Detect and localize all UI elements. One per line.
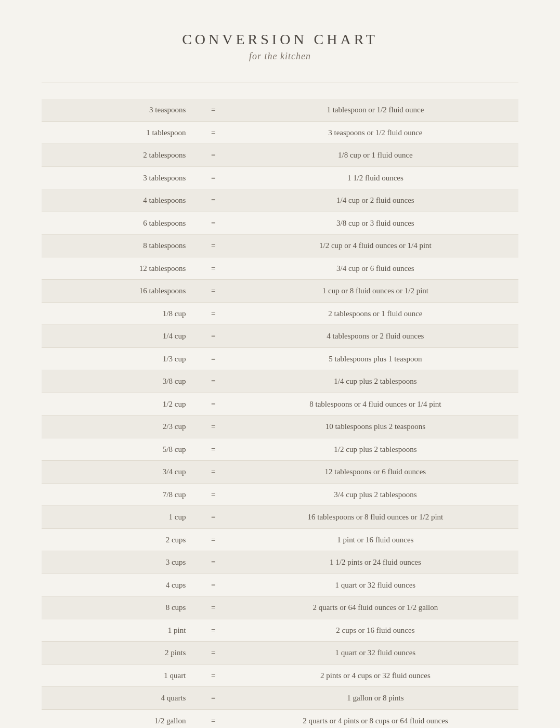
cell-left: 1/8 cup [42,302,194,325]
cell-right: 1 pint or 16 fluid ounces [232,528,518,551]
cell-right: 1 1/2 fluid ounces [232,166,518,189]
cell-left: 2 pints [42,642,194,665]
cell-equals: = [194,325,232,348]
table-row: 1 tablespoon=3 teaspoons or 1/2 fluid ou… [42,121,518,144]
cell-right: 2 cups or 16 fluid ounces [232,619,518,642]
cell-right: 1/2 cup or 4 fluid ounces or 1/4 pint [232,235,518,257]
table-row: 6 tablespoons=3/8 cup or 3 fluid ounces [42,212,518,235]
cell-equals: = [194,99,232,121]
table-row: 12 tablespoons=3/4 cup or 6 fluid ounces [42,257,518,280]
cell-left: 1/3 cup [42,347,194,370]
cell-left: 8 cups [42,596,194,619]
cell-equals: = [194,664,232,687]
cell-right: 1/8 cup or 1 fluid ounce [232,144,518,167]
cell-right: 1 quart or 32 fluid ounces [232,574,518,596]
cell-right: 1 cup or 8 fluid ounces or 1/2 pint [232,280,518,303]
cell-right: 5 tablespoons plus 1 teaspoon [232,347,518,370]
table-row: 7/8 cup=3/4 cup plus 2 tablespoons [42,483,518,506]
cell-right: 3 teaspoons or 1/2 fluid ounce [232,121,518,144]
cell-right: 8 tablespoons or 4 fluid ounces or 1/4 p… [232,393,518,415]
table-row: 3 teaspoons=1 tablespoon or 1/2 fluid ou… [42,99,518,121]
cell-left: 1/2 cup [42,393,194,415]
cell-left: 1 cup [42,506,194,529]
cell-left: 1 tablespoon [42,121,194,144]
cell-equals: = [194,302,232,325]
cell-right: 12 tablespoons or 6 fluid ounces [232,461,518,484]
cell-left: 6 tablespoons [42,212,194,235]
cell-equals: = [194,235,232,257]
cell-right: 1 gallon or 8 pints [232,687,518,710]
table-row: 2 pints=1 quart or 32 fluid ounces [42,642,518,665]
page-container: CONVERSION CHART for the kitchen 3 teasp… [0,0,560,728]
cell-equals: = [194,574,232,596]
cell-equals: = [194,596,232,619]
cell-equals: = [194,709,232,728]
table-row: 1 pint=2 cups or 16 fluid ounces [42,619,518,642]
cell-equals: = [194,528,232,551]
cell-equals: = [194,347,232,370]
cell-left: 4 tablespoons [42,189,194,212]
cell-left: 3/4 cup [42,461,194,484]
cell-equals: = [194,370,232,393]
cell-right: 1/4 cup or 2 fluid ounces [232,189,518,212]
cell-equals: = [194,189,232,212]
header-divider [42,83,518,83]
cell-equals: = [194,551,232,574]
subtitle: for the kitchen [42,51,518,62]
table-row: 2 cups=1 pint or 16 fluid ounces [42,528,518,551]
cell-left: 2 cups [42,528,194,551]
table-row: 4 tablespoons=1/4 cup or 2 fluid ounces [42,189,518,212]
cell-right: 2 quarts or 4 pints or 8 cups or 64 flui… [232,709,518,728]
table-row: 3/8 cup=1/4 cup plus 2 tablespoons [42,370,518,393]
table-row: 1 quart=2 pints or 4 cups or 32 fluid ou… [42,664,518,687]
cell-left: 3 teaspoons [42,99,194,121]
table-row: 3 tablespoons=1 1/2 fluid ounces [42,166,518,189]
cell-equals: = [194,687,232,710]
cell-left: 8 tablespoons [42,235,194,257]
cell-left: 12 tablespoons [42,257,194,280]
cell-right: 1 tablespoon or 1/2 fluid ounce [232,99,518,121]
cell-equals: = [194,144,232,167]
cell-right: 1 1/2 pints or 24 fluid ounces [232,551,518,574]
cell-left: 4 quarts [42,687,194,710]
cell-left: 3 cups [42,551,194,574]
cell-right: 3/4 cup plus 2 tablespoons [232,483,518,506]
table-row: 4 cups=1 quart or 32 fluid ounces [42,574,518,596]
cell-left: 5/8 cup [42,438,194,461]
cell-right: 3/8 cup or 3 fluid ounces [232,212,518,235]
cell-equals: = [194,121,232,144]
cell-right: 1/2 cup plus 2 tablespoons [232,438,518,461]
cell-right: 2 pints or 4 cups or 32 fluid ounces [232,664,518,687]
cell-equals: = [194,461,232,484]
cell-left: 1 quart [42,664,194,687]
cell-right: 1/4 cup plus 2 tablespoons [232,370,518,393]
cell-equals: = [194,415,232,438]
cell-right: 4 tablespoons or 2 fluid ounces [232,325,518,348]
cell-equals: = [194,438,232,461]
cell-right: 16 tablespoons or 8 fluid ounces or 1/2 … [232,506,518,529]
header: CONVERSION CHART for the kitchen [42,31,518,62]
table-row: 5/8 cup=1/2 cup plus 2 tablespoons [42,438,518,461]
cell-right: 1 quart or 32 fluid ounces [232,642,518,665]
conversion-table: 3 teaspoons=1 tablespoon or 1/2 fluid ou… [42,99,518,728]
table-row: 16 tablespoons=1 cup or 8 fluid ounces o… [42,280,518,303]
cell-left: 4 cups [42,574,194,596]
table-row: 8 cups=2 quarts or 64 fluid ounces or 1/… [42,596,518,619]
table-row: 1/3 cup=5 tablespoons plus 1 teaspoon [42,347,518,370]
table-row: 1/4 cup=4 tablespoons or 2 fluid ounces [42,325,518,348]
cell-equals: = [194,619,232,642]
cell-left: 3 tablespoons [42,166,194,189]
cell-left: 2 tablespoons [42,144,194,167]
cell-left: 16 tablespoons [42,280,194,303]
cell-equals: = [194,166,232,189]
table-row: 1/2 gallon=2 quarts or 4 pints or 8 cups… [42,709,518,728]
cell-left: 1/2 gallon [42,709,194,728]
cell-left: 7/8 cup [42,483,194,506]
table-row: 3 cups=1 1/2 pints or 24 fluid ounces [42,551,518,574]
cell-equals: = [194,642,232,665]
cell-left: 1 pint [42,619,194,642]
cell-left: 3/8 cup [42,370,194,393]
table-row: 2 tablespoons=1/8 cup or 1 fluid ounce [42,144,518,167]
cell-equals: = [194,280,232,303]
cell-equals: = [194,483,232,506]
